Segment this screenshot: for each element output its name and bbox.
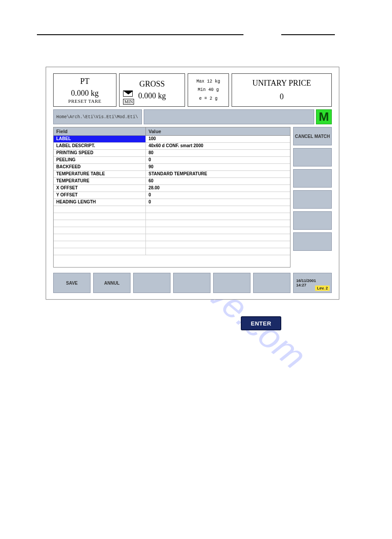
mode-m-button[interactable]: M <box>316 109 332 124</box>
cell-value <box>146 213 290 220</box>
max-line: Max 12 kg <box>196 79 220 84</box>
cell-field: Y OFFSET <box>54 192 146 199</box>
cell-field: LABEL DESCRIPT. <box>54 143 146 149</box>
cell-field: BACKFEED <box>54 164 146 170</box>
gross-title: GROSS <box>139 80 165 89</box>
cell-field: X OFFSET <box>54 185 146 192</box>
side-btn-empty[interactable] <box>293 232 332 251</box>
table-row[interactable]: PRINTING SPEED80 <box>54 150 290 157</box>
level-badge: Lev. 2 <box>315 286 330 291</box>
cell-field: HEADING LENGTH <box>54 199 146 206</box>
table-header: Field Value <box>54 127 290 136</box>
cell-value: 0 <box>146 192 290 199</box>
side-buttons: CANCEL MATCH <box>293 127 332 268</box>
panel-gross: GROSS 0.000 kg MIN <box>119 73 185 107</box>
table-row[interactable] <box>54 241 290 248</box>
app-frame: PT 0.000 kg PRESET TARE GROSS 0.000 kg M… <box>46 67 339 300</box>
table-body: LABEL100LABEL DESCRIPT.40x60 d CONF. sma… <box>54 136 290 267</box>
path-spacer <box>144 109 314 124</box>
bottom-btn-empty[interactable] <box>133 273 171 293</box>
table-row[interactable] <box>54 213 290 220</box>
uprice-title: UNITARY PRICE <box>252 79 311 88</box>
cell-value: 0 <box>146 157 290 163</box>
cell-field: TEMPERATURE TABLE <box>54 171 146 177</box>
side-btn-empty[interactable] <box>293 211 332 230</box>
cell-field <box>54 206 146 213</box>
bottom-row: SAVEANNUL 16/11/2001 14:27 Lev. 2 <box>53 273 332 293</box>
table-row[interactable] <box>54 220 290 227</box>
cell-value: 0 <box>146 199 290 206</box>
table-row[interactable] <box>54 206 290 213</box>
cell-value <box>146 206 290 213</box>
cell-value <box>146 220 290 227</box>
cell-field <box>54 234 146 241</box>
gross-value: 0.000 kg <box>138 91 166 101</box>
status-box: 16/11/2001 14:27 Lev. 2 <box>293 273 332 293</box>
uprice-value: 0 <box>280 92 284 101</box>
table-row[interactable]: PEELING0 <box>54 157 290 164</box>
head-value: Value <box>146 127 290 135</box>
table-row[interactable]: Y OFFSET0 <box>54 192 290 199</box>
cell-field: PEELING <box>54 157 146 163</box>
field-value-table: Field Value LABEL100LABEL DESCRIPT.40x60… <box>53 127 290 268</box>
table-row[interactable] <box>54 248 290 255</box>
enter-button[interactable]: ENTER <box>241 316 281 330</box>
cell-field <box>54 227 146 234</box>
top-panels: PT 0.000 kg PRESET TARE GROSS 0.000 kg M… <box>53 73 332 107</box>
cell-field: TEMPERATURE <box>54 178 146 184</box>
cell-value: 100 <box>146 136 290 142</box>
table-row[interactable]: LABEL100 <box>54 136 290 143</box>
breadcrumb-path: Home\Arch.\Eti\Vis.Eti\Mod.Eti\ <box>53 109 142 124</box>
annul-button[interactable]: ANNUL <box>93 273 131 293</box>
cell-value <box>146 248 290 255</box>
cell-value <box>146 241 290 248</box>
mid-row: Field Value LABEL100LABEL DESCRIPT.40x60… <box>53 127 332 268</box>
min-indicator: MIN <box>123 99 134 105</box>
pt-sub: PRESET TARE <box>68 98 101 104</box>
status-date: 16/11/2001 <box>296 279 329 283</box>
cell-value <box>146 227 290 234</box>
min-line: Min 40 g <box>198 87 219 92</box>
rule-right <box>281 34 335 35</box>
table-row[interactable]: TEMPERATURE TABLESTANDARD TEMPERATURE <box>54 171 290 178</box>
cell-field: PRINTING SPEED <box>54 150 146 156</box>
cell-value: 28.00 <box>146 185 290 192</box>
cell-value: 80 <box>146 150 290 156</box>
cell-value: 60 <box>146 178 290 184</box>
side-btn-empty[interactable] <box>293 190 332 209</box>
cell-value <box>146 234 290 241</box>
table-row[interactable]: TEMPERATURE60 <box>54 178 290 185</box>
save-button[interactable]: SAVE <box>53 273 91 293</box>
bottom-btn-empty[interactable] <box>253 273 290 293</box>
table-row[interactable] <box>54 234 290 241</box>
panel-unitary-price: UNITARY PRICE 0 <box>232 73 332 107</box>
status-time: 14:27 <box>296 283 306 287</box>
envelope-icon <box>123 90 133 97</box>
head-field: Field <box>54 127 146 135</box>
bottom-btn-empty[interactable] <box>213 273 250 293</box>
cell-value: 90 <box>146 164 290 170</box>
table-row[interactable]: X OFFSET28.00 <box>54 185 290 192</box>
cell-field <box>54 213 146 220</box>
panel-preset-tare: PT 0.000 kg PRESET TARE <box>53 73 116 107</box>
path-row: Home\Arch.\Eti\Vis.Eti\Mod.Eti\ M <box>53 109 332 124</box>
rule-left <box>37 34 243 35</box>
side-btn-empty[interactable] <box>293 169 332 188</box>
cell-value: 40x60 d CONF. smart 2000 <box>146 143 290 149</box>
table-row[interactable]: HEADING LENGTH0 <box>54 199 290 206</box>
table-row[interactable] <box>54 227 290 234</box>
side-btn-empty[interactable] <box>293 148 332 166</box>
table-row[interactable]: BACKFEED90 <box>54 164 290 171</box>
pt-title: PT <box>80 77 89 86</box>
e-line: e = 2 g <box>199 96 218 101</box>
pt-value: 0.000 kg <box>71 89 99 98</box>
panel-limits: Max 12 kg Min 40 g e = 2 g <box>188 73 229 107</box>
cell-field <box>54 241 146 248</box>
cell-field <box>54 220 146 227</box>
cell-value: STANDARD TEMPERATURE <box>146 171 290 177</box>
cell-field <box>54 248 146 255</box>
side-btn-cancel-match[interactable]: CANCEL MATCH <box>293 127 332 145</box>
bottom-btn-empty[interactable] <box>173 273 211 293</box>
cell-field: LABEL <box>54 136 146 142</box>
table-row[interactable]: LABEL DESCRIPT.40x60 d CONF. smart 2000 <box>54 143 290 150</box>
